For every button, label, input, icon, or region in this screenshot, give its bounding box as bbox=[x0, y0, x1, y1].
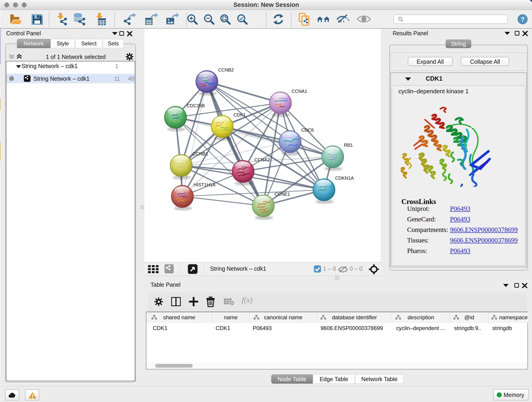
svg-text:CCNB1: CCNB1 bbox=[192, 151, 208, 156]
svg-text:CCNE1: CCNE1 bbox=[274, 191, 290, 197]
svg-text:RB1: RB1 bbox=[344, 143, 353, 148]
svg-text:CCNA1: CCNA1 bbox=[292, 89, 307, 94]
svg-text:CDKN1A: CDKN1A bbox=[335, 176, 354, 181]
svg-text:CDC6: CDC6 bbox=[301, 128, 314, 133]
svg-text:CCNB2: CCNB2 bbox=[218, 67, 234, 72]
svg-text:CDC25B: CDC25B bbox=[187, 103, 205, 108]
svg-text:CDK1: CDK1 bbox=[234, 112, 246, 117]
svg-text:HIST1H1A: HIST1H1A bbox=[194, 182, 215, 187]
svg-text:CCNA2: CCNA2 bbox=[254, 157, 270, 162]
